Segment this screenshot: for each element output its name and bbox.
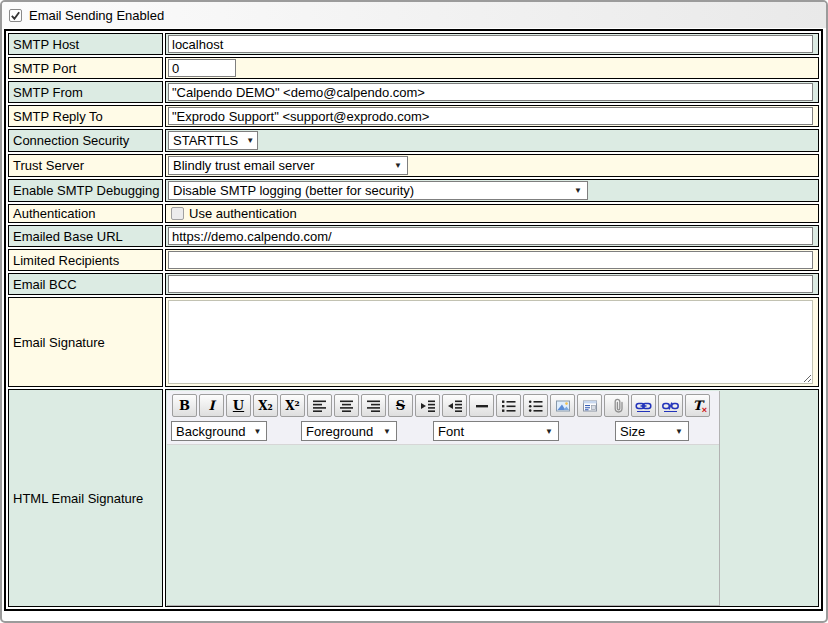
connection-security-select[interactable]: STARTTLS ▼ — [168, 131, 258, 150]
smtp-settings-table: SMTP Host SMTP Port SMTP From SMTP Reply… — [4, 29, 823, 611]
limited-recipients-label: Limited Recipients — [8, 249, 163, 271]
strikethrough-button[interactable]: S — [388, 394, 413, 417]
html-signature-editor: B I U X₂ X² — [167, 391, 720, 606]
authentication-label: Authentication — [8, 204, 163, 223]
email-sending-header: Email Sending Enabled — [2, 2, 826, 28]
limited-recipients-input[interactable] — [168, 251, 813, 269]
align-center-icon — [339, 399, 355, 413]
trust-server-label: Trust Server — [8, 154, 163, 177]
create-link-button[interactable] — [631, 394, 656, 417]
dropdown-arrow-icon: ▼ — [574, 186, 582, 195]
smtp-reply-to-input[interactable] — [168, 107, 813, 125]
connection-security-label: Connection Security — [8, 129, 163, 152]
foreground-color-select[interactable]: Foreground ▼ — [301, 421, 397, 441]
smtp-debugging-select[interactable]: Disable SMTP logging (better for securit… — [168, 181, 588, 200]
align-right-icon — [366, 399, 382, 413]
dropdown-arrow-icon: ▼ — [545, 427, 553, 436]
table-row: SMTP Port — [8, 57, 819, 79]
align-left-icon — [312, 399, 328, 413]
use-authentication-label[interactable]: Use authentication — [189, 206, 297, 221]
dropdown-arrow-icon: ▼ — [246, 136, 254, 145]
table-row: Limited Recipients — [8, 249, 819, 271]
dropdown-arrow-icon: ▼ — [394, 161, 402, 170]
dropdown-arrow-icon: ▼ — [675, 427, 683, 436]
table-row: Trust Server Blindly trust email server … — [8, 154, 819, 177]
italic-button[interactable]: I — [199, 394, 224, 417]
table-row: Authentication Use authentication — [8, 204, 819, 223]
email-sending-enabled-checkbox[interactable] — [9, 9, 22, 22]
ordered-list-icon — [501, 399, 517, 413]
underline-button[interactable]: U — [226, 394, 251, 417]
ordered-list-button[interactable] — [496, 394, 521, 417]
paperclip-icon — [609, 398, 625, 413]
table-row: Emailed Base URL — [8, 225, 819, 247]
insert-image-button[interactable] — [550, 394, 575, 417]
emailed-base-url-label: Emailed Base URL — [8, 225, 163, 247]
smtp-host-label: SMTP Host — [8, 33, 163, 55]
table-row: Email Signature — [8, 297, 819, 387]
smtp-host-input[interactable] — [168, 35, 813, 53]
rte-content-area[interactable] — [167, 445, 719, 603]
horizontal-rule-icon — [474, 399, 490, 413]
smtp-port-input[interactable] — [168, 59, 236, 77]
checkmark-icon — [10, 10, 21, 21]
email-sending-enabled-label[interactable]: Email Sending Enabled — [29, 8, 164, 23]
email-bcc-input[interactable] — [168, 275, 813, 293]
email-signature-label: Email Signature — [8, 297, 163, 387]
email-settings-panel: Email Sending Enabled SMTP Host SMTP Por… — [0, 0, 828, 623]
table-row: HTML Email Signature B I U X₂ X² — [8, 389, 819, 607]
superscript-button[interactable]: X² — [280, 394, 305, 417]
bold-button[interactable]: B — [172, 394, 197, 417]
unordered-list-icon — [528, 399, 544, 413]
outdent-icon — [447, 399, 463, 413]
smtp-debugging-label: Enable SMTP Debugging — [8, 179, 163, 202]
html-email-signature-label: HTML Email Signature — [8, 389, 163, 607]
table-row: Enable SMTP Debugging Disable SMTP loggi… — [8, 179, 819, 202]
justify-left-button[interactable] — [307, 394, 332, 417]
subscript-button[interactable]: X₂ — [253, 394, 278, 417]
indent-button[interactable] — [415, 394, 440, 417]
table-row: Connection Security STARTTLS ▼ — [8, 129, 819, 152]
font-size-select[interactable]: Size ▼ — [615, 421, 689, 441]
dropdown-arrow-icon: ▼ — [383, 427, 391, 436]
link-icon — [635, 399, 652, 413]
dropdown-arrow-icon: ▼ — [253, 427, 261, 436]
table-row: SMTP Reply To — [8, 105, 819, 127]
remove-format-button[interactable]: T× — [685, 394, 710, 417]
smtp-from-label: SMTP From — [8, 81, 163, 103]
emailed-base-url-input[interactable] — [168, 227, 813, 245]
insert-image-icon — [555, 399, 571, 413]
unlink-icon — [662, 399, 679, 413]
indent-icon — [420, 399, 436, 413]
remove-link-button[interactable] — [658, 394, 683, 417]
use-authentication-checkbox[interactable] — [171, 207, 184, 220]
insert-html-button[interactable] — [577, 394, 602, 417]
trust-server-select[interactable]: Blindly trust email server ▼ — [168, 156, 408, 175]
background-color-select[interactable]: Background ▼ — [171, 421, 267, 441]
smtp-port-label: SMTP Port — [8, 57, 163, 79]
outdent-button[interactable] — [442, 394, 467, 417]
justify-center-button[interactable] — [334, 394, 359, 417]
red-x-icon: × — [702, 405, 707, 415]
font-select[interactable]: Font ▼ — [433, 421, 559, 441]
attach-file-button[interactable] — [604, 394, 629, 417]
smtp-from-input[interactable] — [168, 83, 813, 101]
email-signature-textarea[interactable] — [168, 300, 813, 384]
insert-html-icon — [582, 399, 598, 413]
email-bcc-label: Email BCC — [8, 273, 163, 295]
smtp-reply-to-label: SMTP Reply To — [8, 105, 163, 127]
rte-toolbar: B I U X₂ X² — [167, 391, 719, 445]
horizontal-rule-button[interactable] — [469, 394, 494, 417]
unordered-list-button[interactable] — [523, 394, 548, 417]
table-row: Email BCC — [8, 273, 819, 295]
justify-right-button[interactable] — [361, 394, 386, 417]
table-row: SMTP From — [8, 81, 819, 103]
table-row: SMTP Host — [8, 33, 819, 55]
